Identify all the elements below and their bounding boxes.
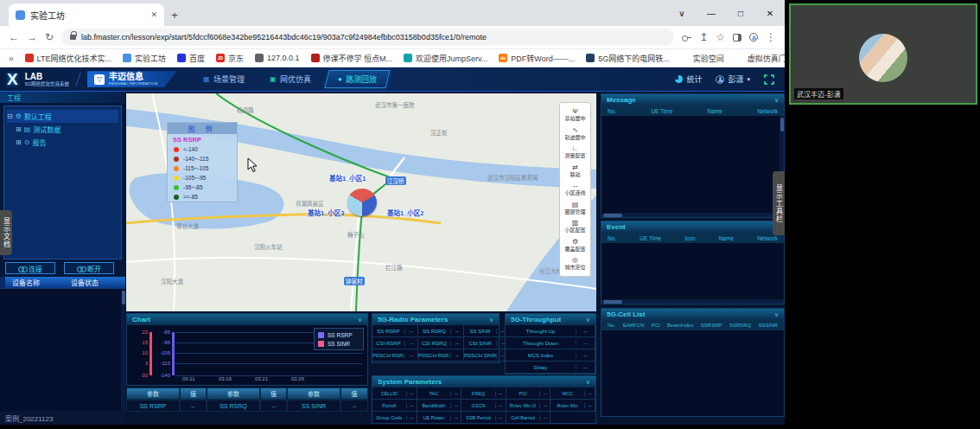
cell-list-header[interactable]: 5G-Cell List ∨ <box>601 309 784 320</box>
chevron-down-icon[interactable]: ∨ <box>489 317 493 323</box>
menu-icon[interactable]: ⋮ <box>766 31 776 43</box>
map-place-label: 武汉市汉阳区教育局 <box>487 173 538 182</box>
pie-chart-icon <box>675 75 683 83</box>
fullscreen-icon[interactable] <box>764 74 774 85</box>
system-parameter: FREQ -- <box>461 387 506 400</box>
system-parameter: Rxlev Min -- <box>550 400 595 412</box>
bookmark-item[interactable]: LTE网络优化技术实... <box>25 53 111 64</box>
bookmark-item[interactable]: 百度 <box>177 53 205 64</box>
browser-window: 实验工坊 ✕ + ∨ — □ ✕ ← → ↻ lab.fmaster.cn/le… <box>0 0 785 425</box>
map-view[interactable]: 图 例 SS RSRP <-140 -140~-115 <box>126 93 596 311</box>
tree-expander-icon[interactable]: ⊟ <box>7 112 13 120</box>
event-hscrollbar[interactable] <box>601 299 784 304</box>
chart-panel-header[interactable]: Chart ∨ <box>127 314 367 325</box>
reload-icon[interactable]: ↻ <box>45 31 54 43</box>
map-tool-button[interactable]: ▥ 小区配置 <box>560 217 590 236</box>
password-key-icon[interactable] <box>682 35 691 40</box>
chevron-down-icon[interactable]: ∨ <box>586 317 590 323</box>
bookmark-item[interactable]: 虚拟仿真门户漫游... <box>735 53 785 64</box>
chevron-down-icon[interactable]: ∨ <box>586 379 590 386</box>
map-tool-button[interactable]: ↔ 小区连线 <box>560 180 590 199</box>
minimize-button[interactable]: — <box>697 0 726 26</box>
share-icon[interactable]: ↥ <box>699 31 708 43</box>
tree-item-icon: ⊙ <box>24 138 30 146</box>
map-tool-button[interactable]: ∿ 轨迹居中 <box>560 125 590 144</box>
tree-expander-icon[interactable]: ⊞ <box>16 125 22 133</box>
app-header: X LAB 5G网络优化仿真系统 ▽ 丰迈信息 FENGMAI INFORMAT… <box>0 67 785 92</box>
event-panel-header[interactable]: Event ∨ <box>601 221 784 233</box>
map-tool-button[interactable]: ⚙ 覆盖配置 <box>560 236 590 255</box>
new-tab-button[interactable]: + <box>164 4 185 25</box>
cell-list-column-header: No. <box>608 323 615 328</box>
forward-icon[interactable]: → <box>27 31 37 43</box>
map-place-label: 江汉桥 <box>385 176 406 185</box>
browser-tab[interactable]: 实验工坊 ✕ <box>9 3 164 26</box>
map-tool-button[interactable]: Ψ 基站居中 <box>560 106 590 125</box>
parameter-value: -- <box>450 403 461 408</box>
tree-item[interactable]: ⊟ ⚙ 默认工程 <box>7 110 118 123</box>
tree-item[interactable]: ⊞ ⊙ 报告 <box>16 136 118 149</box>
bookmark-star-icon[interactable]: ☆ <box>716 31 725 43</box>
bookmark-item[interactable]: 停课不停学 恒点M... <box>311 53 393 64</box>
nav-tab[interactable]: ● 路测回放 <box>324 70 390 88</box>
tab-search-icon[interactable]: ∨ <box>667 0 697 26</box>
tree-item[interactable]: ⊞ ▤ 测试数据 <box>16 123 118 136</box>
restore-button[interactable]: □ <box>726 0 755 26</box>
cell-label[interactable]: 基站1_小区1 <box>329 173 366 182</box>
user-menu[interactable]: 彭潇 ▾ <box>716 74 750 85</box>
cell-list-column-header: EARFCN <box>623 323 645 328</box>
throughput-header[interactable]: 5G-Throughput ∨ <box>506 314 595 325</box>
device-table-scrollbar[interactable] <box>121 289 125 411</box>
parameter-value: -- <box>450 329 463 334</box>
param-table-header-cell: 参数 <box>207 387 260 400</box>
profile-icon[interactable] <box>749 33 758 42</box>
bookmark-item[interactable]: 127.0.0.1 <box>255 54 300 62</box>
system-parameters-header[interactable]: System Parameters ∨ <box>372 376 595 387</box>
nav-tab-icon: ● <box>338 75 342 83</box>
chevron-down-icon[interactable]: ∨ <box>774 97 779 104</box>
video-call-window[interactable]: 武汉丰迈-彭潇 <box>789 3 977 105</box>
event-panel: Event ∨ No.UE TimeIconNameNetwork <box>601 221 785 304</box>
tree-expander-icon[interactable]: ⊞ <box>16 138 22 146</box>
radio-parameter: CSI RSRQ -- <box>418 337 464 349</box>
message-list[interactable] <box>601 116 784 214</box>
show-toolbar-tab[interactable]: 显示工具栏 <box>773 171 785 235</box>
bookmark-item[interactable]: 实验工坊 <box>123 53 166 64</box>
close-button[interactable]: ✕ <box>755 0 785 26</box>
bookmark-item[interactable]: 5G网络下的电网铁... <box>586 53 670 64</box>
map-tool-button[interactable]: ▤ 图层管理 <box>560 199 590 218</box>
nav-tab[interactable]: ▣ 网优仿真 <box>258 70 324 88</box>
cell-label[interactable]: 基站1_小区3 <box>308 208 345 217</box>
cell-label[interactable]: 基站1_小区2 <box>387 208 424 217</box>
bookmark-item[interactable]: do PDF转Word——... <box>499 53 575 64</box>
disconnect-button[interactable]: 断开 <box>64 262 114 274</box>
chevron-down-icon[interactable]: ∨ <box>774 311 779 318</box>
chevron-down-icon[interactable]: ∨ <box>358 317 362 323</box>
stats-button[interactable]: 统计 <box>675 74 702 85</box>
cell-list-body[interactable] <box>601 330 784 416</box>
5g-simulation-app: X LAB 5G网络优化仿真系统 ▽ 丰迈信息 FENGMAI INFORMAT… <box>0 67 785 425</box>
address-bar[interactable]: lab.fmaster.cn/lesson/exp/start/5fdccf60… <box>61 29 674 46</box>
tab-close-icon[interactable]: ✕ <box>150 10 157 19</box>
map-tool-button[interactable]: ⇄ 联动 <box>560 162 590 181</box>
bookmarks-overflow-icon[interactable]: » <box>9 54 14 63</box>
message-panel-header[interactable]: Message ∨ <box>601 94 784 106</box>
radio-parameters-header[interactable]: 5G-Radio Parameters ∨ <box>372 314 499 325</box>
map-tool-icon: ↔ <box>572 182 579 189</box>
bookmark-item[interactable]: 实验空间 <box>681 53 724 64</box>
bookmark-item[interactable]: JD 京东 <box>216 53 244 64</box>
back-icon[interactable]: ← <box>9 31 19 43</box>
side-panel-icon[interactable] <box>733 34 741 42</box>
map-tool-button[interactable]: ◎ 城市定位 <box>560 254 590 273</box>
url-text[interactable]: lab.fmaster.cn/lesson/exp/start/5fdccf60… <box>81 33 487 42</box>
show-document-tab[interactable]: 显示文档 <box>0 210 12 255</box>
connect-button[interactable]: 连接 <box>5 262 55 274</box>
nav-tab[interactable]: ▦ 场景管理 <box>190 70 257 88</box>
base-station-icon[interactable] <box>347 189 377 216</box>
event-list[interactable] <box>601 243 784 299</box>
bookmark-item[interactable]: 欢迎使用JumpServ... <box>404 53 487 64</box>
message-hscrollbar[interactable] <box>601 213 784 217</box>
map-tool-button[interactable]: ∟ 测量配置 <box>560 143 590 162</box>
legend-range-label: <-140 <box>183 146 198 152</box>
bookmark-favicon <box>311 54 320 62</box>
